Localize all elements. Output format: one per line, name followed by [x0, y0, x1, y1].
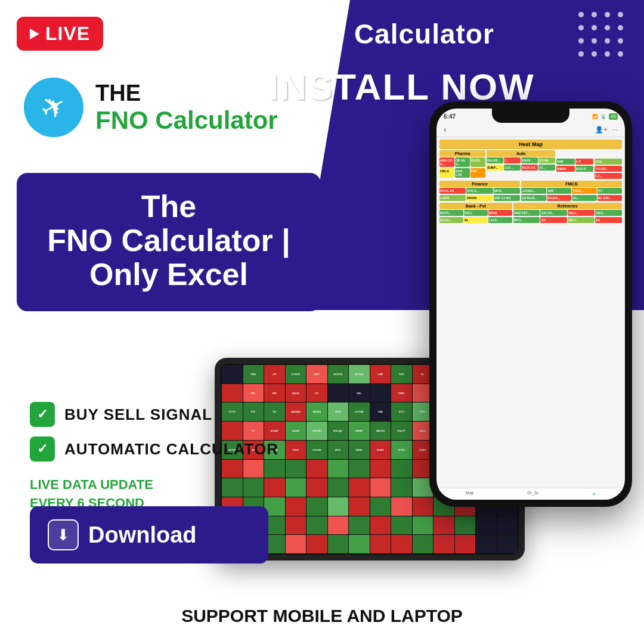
checkmark-2: ✓	[37, 441, 48, 457]
feature-buy-sell: ✓ BUY SELL SIGNAL	[30, 402, 278, 427]
play-icon	[30, 29, 39, 39]
purple-promo-box: The FNO Calculator | Only Excel	[17, 173, 321, 311]
phone-battery: 45	[609, 113, 618, 120]
fno-calc-title: F&O Calculator	[286, 18, 494, 50]
download-arrow-icon: ⬇	[57, 526, 70, 544]
the-label: THE	[95, 80, 278, 106]
feature-label-1: BUY SELL SIGNAL	[64, 405, 212, 424]
fno-calc-label: FNO Calculator	[95, 106, 278, 135]
feature-label-2: AUTOMATIC CALCULATOR	[64, 440, 278, 459]
live-badge: LIVE	[17, 17, 103, 51]
heatmap-title: Heat Map	[439, 140, 622, 149]
check-icon-2: ✓	[30, 436, 55, 462]
telegram-logo: ✈	[24, 78, 83, 137]
telegram-icon: ✈	[34, 86, 73, 128]
checkmark-1: ✓	[37, 407, 48, 422]
telegram-text-block: THE FNO Calculator	[95, 80, 278, 135]
feature-auto-calc: ✓ AUTOMATIC CALCULATOR	[30, 436, 278, 462]
phone-notch	[492, 109, 569, 123]
heatmap-content: Heat Map Pharma ABB OTI N... GR AN U... …	[436, 137, 625, 227]
features-list: ✓ BUY SELL SIGNAL ✓ AUTOMATIC CALCULATOR	[30, 402, 278, 471]
promo-title: The FNO Calculator | Only Excel	[35, 190, 303, 292]
download-icon: ⬇	[48, 519, 79, 550]
support-text: SUPPORT MOBILE AND LAPTOP	[0, 606, 644, 626]
live-text: LIVE	[45, 23, 90, 45]
download-button[interactable]: ⬇ Download	[30, 506, 268, 564]
phone-mockup: 6:47 📶 📡 45 ‹ 👤+ ··· Heat Map Pharma	[429, 101, 632, 507]
telegram-area: ✈ THE FNO Calculator	[24, 78, 278, 137]
phone-time: 6:47	[444, 113, 456, 120]
check-icon-1: ✓	[30, 402, 55, 427]
download-label: Download	[88, 522, 197, 548]
dots-decoration	[578, 12, 626, 60]
phone-screen: 6:47 📶 📡 45 ‹ 👤+ ··· Heat Map Pharma	[436, 109, 625, 500]
